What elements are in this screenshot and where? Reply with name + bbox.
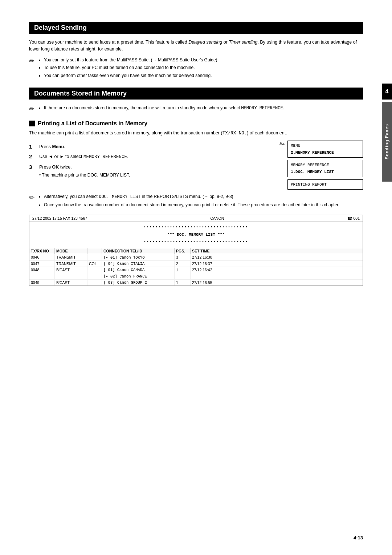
row3-txrx: 0048 xyxy=(29,267,55,273)
table-row-4: 0049 B'CAST [ 03] Canon GROUP 2 1 27/12 … xyxy=(29,280,363,285)
documents-stored-note: ✏ If there are no documents stored in me… xyxy=(29,105,363,113)
col-txrx: TX/RX NO xyxy=(29,248,55,254)
step-3-number: 3 xyxy=(29,164,39,170)
black-square-icon xyxy=(29,121,35,126)
documents-stored-note-text: If there are no documents stored in memo… xyxy=(38,105,284,113)
row3b-mode xyxy=(55,273,87,279)
row3b-col xyxy=(87,273,102,279)
menu-section2-line2: 1.DOC. MEMORY LIST xyxy=(291,169,360,175)
title-dots-top: •••••••••••••••••••••••••••••••••••• xyxy=(31,224,361,231)
printing-list-header: Printing a List of Documents in Memory xyxy=(29,120,363,127)
row2-txrx: 0047 xyxy=(29,261,55,267)
step-2-content: Use ◄ or ► to select MEMORY REFERENCE. xyxy=(39,153,272,161)
delayed-sending-notes-text: You can only set this feature from the M… xyxy=(38,57,217,80)
note-item-3: You can perform other tasks even when yo… xyxy=(44,72,217,79)
row4-txrx: 0049 xyxy=(29,280,55,285)
menu-section3-line1: PRINTING REPORT xyxy=(291,181,360,188)
steps-with-menu: 1 Press Menu. 2 Use ◄ or ► to select MEM… xyxy=(29,141,363,190)
ex-label: Ex: xyxy=(279,141,285,146)
documents-stored-section: Documents Stored in Memory ✏ If there ar… xyxy=(29,88,363,113)
menu-display-column: Ex: MENU 2.MEMORY REFERENCE MEMORY REFER… xyxy=(279,141,363,190)
page-container: 4 Sending Faxes Delayed Sending You can … xyxy=(0,0,392,555)
step-3-note: • The machine prints the DOC. MEMORY LIS… xyxy=(39,172,272,179)
doc-memory-table: 27/12 2002 17:15 FAX 123 4567 CANON ☎ 00… xyxy=(29,215,363,286)
note-item-2: To use this feature, your PC must be tur… xyxy=(44,64,217,71)
delayed-sending-notes: ✏ You can only set this feature from the… xyxy=(29,57,363,80)
table-title-row: •••••••••••••••••••••••••••••••••••• ***… xyxy=(29,222,363,248)
row3-time: 27/12 16:42 xyxy=(191,267,234,273)
table-header-row: 27/12 2002 17:15 FAX 123 4567 CANON ☎ 00… xyxy=(29,215,363,222)
step-2: 2 Use ◄ or ► to select MEMORY REFERENCE. xyxy=(29,153,272,161)
step-1-bold: Menu xyxy=(52,144,64,149)
delayed-sending-header: Delayed Sending xyxy=(29,22,363,34)
bottom-notes-text: Alternatively, you can select DOC. MEMOR… xyxy=(38,193,339,209)
delayed-sending-body: You can use your machine to send faxes a… xyxy=(29,39,363,53)
note-item-1: You can only set this feature from the M… xyxy=(44,57,217,64)
col-connection: CONNECTION TEL/ID xyxy=(102,248,175,254)
row2-connection: [ 04] Canon ITALIA xyxy=(102,261,175,267)
row3-pgs: 1 xyxy=(175,267,191,273)
row1-pgs: 3 xyxy=(175,254,191,260)
row3-connection: [ 01] Canon CANADA xyxy=(102,267,175,273)
title-text: *** DOC. MEMORY LIST *** xyxy=(31,231,361,239)
table-row-3b: [✶ 02] Canon FRANCE xyxy=(29,273,363,280)
documents-stored-note-item: If there are no documents stored in memo… xyxy=(44,105,284,112)
menu-display-box: MENU 2.MEMORY REFERENCE MEMORY REFERENCE… xyxy=(287,141,363,190)
row3b-time xyxy=(191,273,234,279)
note-pencil-icon-2: ✏ xyxy=(29,105,34,113)
menu-line2: 2.MEMORY REFERENCE xyxy=(291,149,360,156)
row3b-connection: [✶ 02] Canon FRANCE xyxy=(102,273,175,279)
col-settime: SET TIME xyxy=(191,248,234,254)
col-spacer xyxy=(87,248,102,254)
table-row-2: 0047 TRANSMIT COL [ 04] Canon ITALIA 2 2… xyxy=(29,261,363,267)
col-pgs: PGS. xyxy=(175,248,191,254)
note-pencil-icon: ✏ xyxy=(29,57,34,65)
chapter-number: 4 xyxy=(385,88,389,95)
table-header-right: ☎ 001 xyxy=(347,216,360,220)
row3b-txrx xyxy=(29,273,55,279)
table-column-headers: TX/RX NO MODE CONNECTION TEL/ID PGS. SET… xyxy=(29,248,363,254)
menu-box-section3: PRINTING REPORT xyxy=(287,179,363,190)
delayed-sending-section: Delayed Sending You can use your machine… xyxy=(29,22,363,80)
table-header-center: CANON xyxy=(210,216,224,220)
row4-pgs: 1 xyxy=(175,280,191,285)
row2-mode: TRANSMIT xyxy=(55,261,87,267)
table-header-left: 27/12 2002 17:15 FAX 123 4567 xyxy=(32,216,87,220)
row1-time: 27/12 16:30 xyxy=(191,254,234,260)
menu-section2-line1: MEMORY REFERENCE xyxy=(291,162,360,169)
bottom-note-2: Once you know the transaction number of … xyxy=(44,202,339,208)
steps-column: 1 Press Menu. 2 Use ◄ or ► to select MEM… xyxy=(29,141,272,182)
row3-mode: B'CAST xyxy=(55,267,87,273)
side-tab: Sending Faxes xyxy=(382,102,392,182)
row2-pgs: 2 xyxy=(175,261,191,267)
row2-col: COL xyxy=(87,261,102,267)
side-tab-label: Sending Faxes xyxy=(384,124,389,159)
menu-box-3: PRINTING REPORT xyxy=(287,179,363,190)
table-row-3: 0048 B'CAST [ 01] Canon CANADA 1 27/12 1… xyxy=(29,267,363,273)
menu-box-2: MEMORY REFERENCE 1.DOC. MEMORY LIST xyxy=(287,160,363,177)
step-3-bold: OK xyxy=(52,165,59,170)
row3b-pgs xyxy=(175,273,191,279)
chapter-tab: 4 xyxy=(382,84,392,100)
row4-col xyxy=(87,280,102,285)
row1-connection: [✶ 01] Canon TOKYO xyxy=(102,254,175,260)
row1-mode: TRANSMIT xyxy=(55,254,87,260)
row1-col xyxy=(87,254,102,260)
printing-list-body: The machine can print a list of document… xyxy=(29,130,363,137)
documents-stored-header: Documents Stored in Memory xyxy=(29,88,363,100)
bottom-notes: ✏ Alternatively, you can select DOC. MEM… xyxy=(29,193,363,209)
step-1: 1 Press Menu. xyxy=(29,143,272,150)
printing-list-section: Printing a List of Documents in Memory T… xyxy=(29,120,363,286)
row4-mode: B'CAST xyxy=(55,280,87,285)
step-1-content: Press Menu. xyxy=(39,143,272,150)
menu-box-main: MENU 2.MEMORY REFERENCE xyxy=(287,141,363,158)
row4-time: 27/12 16:55 xyxy=(191,280,234,285)
note-pencil-icon-3: ✏ xyxy=(29,194,34,202)
menu-line1: MENU xyxy=(291,142,360,149)
printing-list-header-text: Printing a List of Documents in Memory xyxy=(38,120,147,127)
bottom-note-1: Alternatively, you can select DOC. MEMOR… xyxy=(44,193,339,200)
step-2-number: 2 xyxy=(29,153,39,159)
step-1-number: 1 xyxy=(29,143,39,150)
page-number: 4-13 xyxy=(354,535,363,540)
col-mode: MODE xyxy=(55,248,87,254)
